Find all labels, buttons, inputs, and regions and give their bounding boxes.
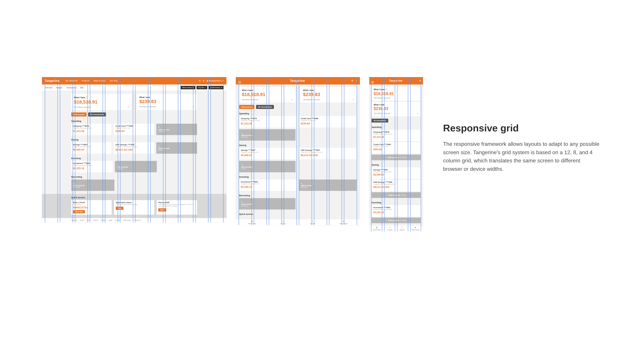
nav-item[interactable]: My Tangerine: [66, 80, 78, 82]
summary-owe: What I owe $239.83 See balance summary+: [300, 87, 356, 103]
footer-link[interactable]: Legal: [108, 219, 112, 221]
share-key-button[interactable]: Share key: [73, 210, 85, 213]
bottom-nav-move-money[interactable]: $Move Money: [373, 226, 381, 231]
menu-icon[interactable]: [238, 79, 241, 82]
info-icon[interactable]: ⓘ: [86, 96, 88, 99]
account-card-credit[interactable]: Credit Card ****3456 Tangerine Credit Ca…: [114, 124, 154, 135]
mail-icon[interactable]: ✉: [199, 80, 200, 82]
add-account-card[interactable]: + Add account Borrowing: [71, 179, 114, 191]
footer-link[interactable]: About us: [71, 219, 77, 221]
action-email-money[interactable]: Email money ✈: [209, 86, 224, 89]
footer-link[interactable]: Security: [115, 219, 120, 221]
account-card-investment[interactable]: Investment ****5001 Tangerine Investment…: [239, 179, 296, 191]
footer-link[interactable]: Rates: [80, 219, 84, 221]
user-menu[interactable]: ◉ Montgomerie J ▾: [206, 80, 224, 82]
account-card-chequing[interactable]: Chequing ****8576 Tangerine Chequing Acc…: [372, 130, 420, 141]
check-icon: ✓: [282, 220, 284, 223]
all-transactions-button[interactable]: All transactions: [88, 112, 106, 116]
footer-link[interactable]: Tools: [86, 219, 90, 221]
add-account-card[interactable]: +Add account Saving: [239, 161, 296, 172]
tab-insights[interactable]: Insights: [56, 87, 62, 89]
quick-card-refer[interactable]: Refer a friend Orange key 45893137S1 Sha…: [71, 200, 112, 215]
all-transactions-button[interactable]: All transactions: [372, 119, 388, 122]
deposit-icon: ⤴: [312, 220, 313, 223]
footer-link[interactable]: Careers: [93, 219, 98, 221]
bottom-nav-pay-bill[interactable]: ✓Pay Bill: [281, 220, 286, 224]
bottom-nav-email-money[interactable]: ✈Email money: [412, 226, 419, 231]
all-transactions-button[interactable]: All transactions: [256, 105, 274, 109]
search-icon[interactable]: 🔍︎: [202, 80, 204, 82]
plus-icon: +: [158, 145, 160, 147]
account-card-credit[interactable]: Credit Card ****3456 Tangerine Credit Ca…: [372, 142, 420, 153]
account-card-investment[interactable]: Investment ****5001 Tangerine Investment…: [372, 205, 420, 217]
search-icon[interactable]: 🔍︎: [419, 79, 421, 82]
account-card-usd[interactable]: USD Savings ****7845 Tangerine USD Savin…: [114, 142, 154, 154]
help-icon[interactable]: ？: [355, 79, 358, 82]
footer-link[interactable]: ABM locator: [123, 219, 131, 221]
add-account-card[interactable]: +Add account Investing: [299, 179, 356, 191]
tab-transactions[interactable]: Transactions: [66, 87, 77, 89]
summary-have: What I have ⓘ $18,518.91 See balance sum…: [71, 94, 132, 110]
start-button[interactable]: Start: [158, 208, 166, 212]
footer-link[interactable]: Privacy: [101, 219, 106, 221]
add-account-button[interactable]: Add account: [239, 105, 254, 109]
mockups-row: Tangerine↑ My Tangerine Products Ways to…: [42, 77, 423, 231]
mockup-mobile-4col: Tangerine↑ 🔍︎ What I have ⓘ $18,518.91 S…: [369, 77, 423, 231]
desktop-topbar-right: ✉ 🔍︎ ◉ Montgomerie J ▾: [199, 80, 224, 82]
summary-have: What I have $18,518.91 See balance summa…: [239, 87, 295, 103]
footer-link[interactable]: Contact us: [134, 219, 141, 221]
add-account-card[interactable]: +Add account Borrowing: [239, 198, 296, 210]
account-card-credit[interactable]: Credit Card ****3456 Tangerine Credit Ca…: [299, 116, 356, 128]
quick-card-asp[interactable]: Start an ASP Automatic Savings Program i…: [157, 200, 197, 215]
action-move-money[interactable]: Move money $: [180, 86, 195, 89]
expand-icon[interactable]: +: [128, 106, 129, 108]
nav-item[interactable]: Our blog: [110, 80, 118, 82]
send-icon: ✈: [343, 220, 344, 223]
add-account-card[interactable]: +Add accountSpending: [372, 155, 420, 160]
mockup-desktop-12col: Tangerine↑ My Tangerine Products Ways to…: [42, 77, 226, 222]
desktop-subbar: Overview Insights Transactions Bills Mov…: [42, 84, 226, 91]
tab-bills[interactable]: Bills: [80, 87, 84, 89]
article-body: The responsive framework allows layouts …: [443, 140, 601, 173]
search-icon[interactable]: 🔍︎: [351, 79, 354, 82]
menu-icon[interactable]: [371, 79, 374, 82]
bottom-nav-pay-bill[interactable]: ✓Pay Bill: [388, 226, 392, 231]
bottom-nav-deposit[interactable]: ⤴Deposit: [400, 226, 404, 231]
plus-icon: +: [117, 164, 118, 166]
add-account-card[interactable]: + Add account Investing: [115, 161, 157, 172]
quick-card-app-status[interactable]: Application status You have 2 applicatio…: [114, 200, 154, 215]
article-copy: Responsive grid The responsive framework…: [443, 77, 601, 173]
bottom-nav: $Move Money ✓Pay Bill ⤴Deposit ✈Email mo…: [236, 219, 360, 225]
bottom-nav-email-money[interactable]: ✈Email money: [340, 220, 347, 224]
expand-icon[interactable]: +: [193, 105, 194, 108]
account-card-chequing[interactable]: Chequing ****8576 Tangerine Chequing Acc…: [71, 124, 111, 135]
quick-access: Quick access Refer a friend Orange key 4…: [42, 194, 226, 218]
nav-item[interactable]: Ways to bank: [94, 80, 106, 82]
view-button[interactable]: View: [116, 207, 124, 210]
section-spending: Spending: [71, 120, 197, 122]
bottom-nav-deposit[interactable]: ⤴Deposit: [310, 220, 315, 224]
account-card-savings[interactable]: Savings ****4847 Tangerine Savings Accou…: [71, 142, 111, 154]
account-card-savings[interactable]: Savings ****4847 Tangerine Savings Accou…: [372, 167, 420, 179]
bottom-nav-move-money[interactable]: $Move Money: [248, 220, 256, 224]
action-pay-bill[interactable]: Pay bill ✓: [196, 86, 207, 89]
account-card-usd[interactable]: USD Savings ****7845 Tangerine USD Savin…: [299, 148, 356, 159]
add-account-card[interactable]: +Add accountInvesting: [372, 218, 420, 223]
add-account-card[interactable]: + Add account Spending: [156, 124, 197, 135]
add-account-button[interactable]: Add account: [71, 112, 86, 116]
account-card-savings[interactable]: Savings ****4847 Tangerine Savings Accou…: [239, 148, 297, 159]
account-card-chequing[interactable]: Chequing ****8576 Tangerine Chequing Acc…: [239, 116, 297, 128]
tab-overview[interactable]: Overview: [44, 87, 52, 89]
add-account-card[interactable]: +Add account Spending: [239, 129, 296, 141]
add-account-card[interactable]: +Add accountSaving: [372, 192, 420, 198]
bottom-nav: $Move Money ✓Pay Bill ⤴Deposit ✈Email mo…: [369, 225, 423, 231]
account-card-usd[interactable]: USD Savings ****7845 Tangerine USD Savin…: [372, 180, 420, 191]
referral-code: 45893137S1: [73, 206, 110, 209]
add-account-card[interactable]: + Add account Saving: [156, 142, 197, 154]
account-card-investment[interactable]: Investment ****5001 Tangerine Investment…: [71, 161, 112, 172]
desktop-footer-links: About us Rates Tools Careers Privacy Leg…: [42, 218, 226, 222]
nav-item[interactable]: Products: [82, 80, 90, 82]
summary-have: What I have ⓘ $18,518.91 See balance sum…: [372, 86, 420, 100]
desktop-nav: My Tangerine Products Ways to bank Our b…: [66, 80, 118, 82]
summary-owe-amount: $239.83: [139, 99, 194, 104]
